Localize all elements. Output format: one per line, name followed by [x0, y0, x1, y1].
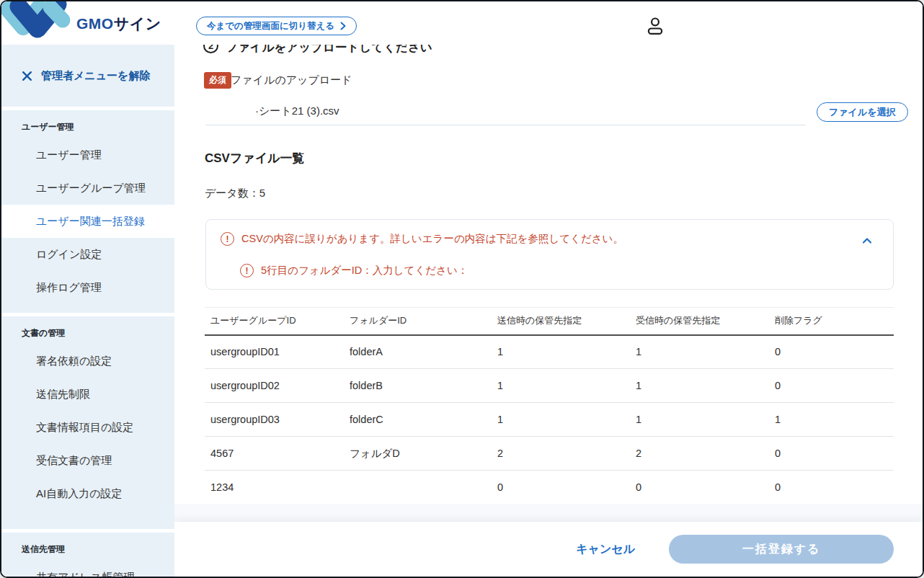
chevron-right-icon	[340, 22, 346, 30]
app-window: 2 ファイルをアップロードしてください 必須 ファイルのアップロード ·シート2…	[0, 0, 924, 578]
sidebar-section-document-management: 文書の管理 署名依頼の設定 送信先制限 文書情報項目の設定 受信文書の管理 AI…	[1, 316, 174, 529]
upload-field-label: ファイルのアップロード	[231, 74, 352, 87]
table-cell: usergroupID01	[205, 335, 344, 369]
sidebar-section-title: 送信先管理	[1, 543, 174, 561]
column-header: ユーザーグループID	[205, 308, 344, 335]
table-row: usergroupID02 folderB 1 1 0	[205, 369, 894, 403]
table-cell: 1	[492, 403, 630, 437]
unlock-admin-menu-label: 管理者メニューを解除	[41, 69, 150, 83]
column-header: 送信時の保管先指定	[492, 308, 630, 335]
table-cell: 1	[492, 335, 630, 369]
top-bar: GMOサイン 今までの管理画面に切り替える	[1, 1, 923, 45]
brand-sign: サイン	[114, 15, 161, 32]
table-cell: 0	[769, 437, 894, 471]
table-cell: 0	[630, 471, 769, 504]
selected-file-name: ·シート21 (3).csv	[255, 105, 339, 118]
alert-icon: !	[240, 264, 254, 277]
table-cell: 1	[492, 369, 630, 403]
sidebar-item-signature-request-settings[interactable]: 署名依頼の設定	[1, 344, 174, 378]
table-cell: folderC	[344, 403, 492, 437]
sidebar-item-document-info-settings[interactable]: 文書情報項目の設定	[1, 411, 174, 444]
table-cell: 1	[630, 335, 769, 369]
alert-icon: !	[221, 232, 234, 246]
table-row: 1234 0 0 0	[205, 471, 894, 504]
sidebar-item-recipient-restriction[interactable]: 送信先制限	[1, 378, 174, 411]
table-cell: 0	[769, 369, 894, 403]
column-header: 受信時の保管先指定	[630, 308, 769, 335]
file-select-button[interactable]: ファイルを選択	[817, 102, 908, 122]
sidebar-item-user-bulk-registration[interactable]: ユーザー関連一括登録	[1, 205, 174, 238]
table-cell: 2	[630, 437, 769, 471]
unlock-admin-menu-button[interactable]: 管理者メニューを解除	[1, 45, 174, 107]
table-cell: 1234	[205, 471, 344, 504]
sidebar-item-shared-address-book[interactable]: 共有アドレス帳管理	[1, 561, 174, 577]
action-footer: キャンセル 一括登録する	[174, 522, 923, 577]
chevron-up-icon	[861, 234, 874, 247]
error-detail-text: 5行目のフォルダーID：入力してください：	[261, 264, 468, 277]
table-cell: folderB	[344, 369, 492, 403]
sidebar-item-received-document-management[interactable]: 受信文書の管理	[1, 444, 174, 477]
table-cell: usergroupID03	[205, 403, 344, 437]
switch-admin-view-button[interactable]: 今までの管理画面に切り替える	[196, 17, 357, 35]
error-summary-text: CSVの内容に誤りがあります。詳しいエラーの内容は下記を参照してください。	[241, 232, 623, 246]
account-button[interactable]	[645, 16, 665, 36]
sidebar-item-login-settings[interactable]: ログイン設定	[1, 238, 174, 271]
table-row: usergroupID03 folderC 1 1 1	[205, 403, 894, 437]
brand-gmo: GMO	[76, 15, 114, 32]
switch-admin-view-label: 今までの管理画面に切り替える	[207, 20, 334, 32]
table-cell: 1	[630, 403, 769, 437]
close-icon	[22, 71, 32, 81]
table-cell: folderA	[344, 335, 492, 369]
table-cell: usergroupID02	[205, 369, 344, 403]
file-input-underline	[205, 125, 806, 125]
sidebar-item-user-management[interactable]: ユーザー管理	[1, 138, 174, 172]
sidebar-item-user-group-management[interactable]: ユーザーグループ管理	[1, 172, 174, 205]
table-cell	[344, 471, 492, 504]
sidebar-section-user-management: ユーザー管理 ユーザー管理 ユーザーグループ管理 ユーザー関連一括登録 ログイン…	[1, 110, 174, 313]
table-row: 4567 フォルダD 2 2 0	[205, 437, 894, 471]
sidebar-item-operation-log[interactable]: 操作ログ管理	[1, 271, 174, 304]
column-header: フォルダーID	[344, 308, 492, 335]
error-detail-row: ! 5行目のフォルダーID：入力してください：	[240, 264, 468, 277]
content-footer-gap	[174, 504, 923, 522]
table-cell: 2	[492, 437, 630, 471]
table-cell: 0	[769, 471, 894, 504]
admin-sidebar: 管理者メニューを解除 ユーザー管理 ユーザー管理 ユーザーグループ管理 ユーザー…	[1, 45, 174, 577]
bulk-register-button[interactable]: 一括登録する	[669, 535, 894, 564]
table-cell: 1	[630, 369, 769, 403]
sidebar-section-title: ユーザー管理	[1, 121, 174, 138]
csv-preview-table: ユーザーグループID フォルダーID 送信時の保管先指定 受信時の保管先指定 削…	[205, 307, 894, 504]
table-cell: フォルダD	[344, 437, 492, 471]
data-count: データ数：5	[205, 187, 265, 200]
error-summary-row: ! CSVの内容に誤りがあります。詳しいエラーの内容は下記を参照してください。	[221, 232, 623, 246]
sidebar-section-recipient-management: 送信先管理 共有アドレス帳管理	[1, 533, 174, 577]
main-content: 2 ファイルをアップロードしてください 必須 ファイルのアップロード ·シート2…	[174, 1, 923, 577]
sidebar-section-title: 文書の管理	[1, 327, 174, 344]
table-header-row: ユーザーグループID フォルダーID 送信時の保管先指定 受信時の保管先指定 削…	[205, 308, 894, 335]
user-icon	[645, 16, 665, 36]
csv-list-title: CSVファイル一覧	[205, 150, 305, 166]
table-cell: 4567	[205, 437, 344, 471]
table-row: usergroupID01 folderA 1 1 0	[205, 335, 894, 369]
collapse-errors-button[interactable]	[858, 233, 876, 250]
sidebar-item-ai-autofill-settings[interactable]: AI自動入力の設定	[1, 477, 174, 510]
gmo-sign-logo-icon	[0, 0, 71, 42]
error-panel: ! CSVの内容に誤りがあります。詳しいエラーの内容は下記を参照してください。 …	[205, 219, 894, 290]
brand-logo-text: GMOサイン	[76, 14, 161, 34]
table-cell: 0	[492, 471, 630, 504]
table-cell: 1	[769, 403, 894, 437]
table-cell: 0	[769, 335, 894, 369]
required-badge: 必須	[204, 72, 231, 89]
cancel-button[interactable]: キャンセル	[576, 542, 635, 557]
column-header: 削除フラグ	[769, 308, 894, 335]
